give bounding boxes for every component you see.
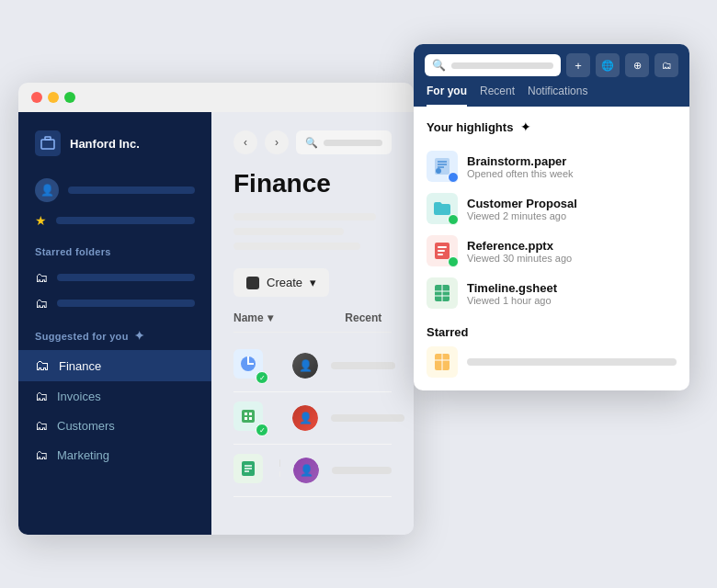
company-icon <box>35 130 61 156</box>
chevron-down-icon: ▾ <box>310 276 316 289</box>
folder-finance-icon: 🗂 <box>35 357 50 374</box>
star-row[interactable]: ★ <box>18 208 211 233</box>
search-input-container[interactable]: 🔍 <box>425 54 561 76</box>
back-button[interactable]: ‹ <box>233 130 257 154</box>
sidebar-item-marketing[interactable]: 🗂 Marketing <box>18 440 211 469</box>
content-line-1 <box>233 213 376 220</box>
highlight-item-2[interactable]: Reference.pptx Viewed 30 minutes ago <box>427 230 677 272</box>
highlight-info-1: Customer Proposal Viewed 2 minutes ago <box>467 197 677 221</box>
add-toolbar-icon[interactable]: + <box>566 53 590 77</box>
highlight-name-2: Reference.pptx <box>467 239 677 253</box>
avatar-circle-1: 👤 <box>292 353 318 379</box>
minimize-button[interactable] <box>48 92 59 103</box>
sidebar: Hanford Inc. 👤 ★ Starred folders 🗂 🗂 Sug <box>18 112 211 535</box>
panel-search-icon: 🔍 <box>432 59 446 72</box>
folder-toolbar-icon[interactable]: 🗂 <box>654 53 678 77</box>
create-icon <box>246 277 259 289</box>
highlight-icon-1 <box>427 193 458 224</box>
globe-toolbar-icon[interactable]: 🌐 <box>596 53 620 77</box>
highlight-icon-2 <box>427 235 458 266</box>
highlight-sub-3: Viewed 1 hour ago <box>467 295 677 306</box>
row-meta-3 <box>332 467 392 474</box>
sidebar-item-finance[interactable]: 🗂 Finance <box>18 350 211 381</box>
starred-item-1[interactable] <box>427 346 677 378</box>
nav-bar: ‹ › 🔍 <box>233 130 392 154</box>
sidebar-label-marketing: Marketing <box>57 448 109 462</box>
row-meta-bar-3 <box>332 467 392 474</box>
highlight-item-1[interactable]: Customer Proposal Viewed 2 minutes ago <box>427 187 677 230</box>
file-icon-3 <box>233 454 263 483</box>
search-icon-small: 🔍 <box>305 137 318 149</box>
highlight-name-3: Timeline.gsheet <box>467 281 677 295</box>
highlight-info-2: Reference.pptx Viewed 30 minutes ago <box>467 239 677 264</box>
create-button[interactable]: Create ▾ <box>233 268 329 297</box>
folder-marketing-icon: 🗂 <box>35 447 48 462</box>
sidebar-item-invoices[interactable]: 🗂 Invoices <box>18 381 211 411</box>
content-line-2 <box>233 228 344 235</box>
table-row-2[interactable]: ✓ 👤 <box>233 392 392 445</box>
col-recent-label: Recent <box>345 311 381 324</box>
folder-bar-2 <box>57 300 195 307</box>
tab-notifications[interactable]: Notifications <box>528 85 587 107</box>
star-icon: ★ <box>35 213 47 228</box>
svg-rect-5 <box>249 413 252 415</box>
col-name: Name ▾ <box>233 311 326 324</box>
starred-bar-1 <box>467 358 677 366</box>
row-name-bar-3 <box>279 459 280 467</box>
svg-point-13 <box>436 168 441 174</box>
window-chrome <box>18 83 414 112</box>
row-content-3 <box>279 459 280 481</box>
col-name-label: Name <box>233 311 264 324</box>
folder-bar-1 <box>57 274 195 281</box>
sidebar-item-customers[interactable]: 🗂 Customers <box>18 411 211 440</box>
highlight-item-0[interactable]: Brainstorm.paper Opened often this week <box>427 145 677 187</box>
hi-dot-2 <box>448 256 459 267</box>
starred-folder-1[interactable]: 🗂 <box>18 265 211 290</box>
starred-folder-2[interactable]: 🗂 <box>18 290 211 316</box>
tab-for-you[interactable]: For you <box>427 85 467 107</box>
svg-rect-4 <box>245 413 247 415</box>
highlight-info-3: Timeline.gsheet Viewed 1 hour ago <box>467 281 677 306</box>
user-bar <box>68 187 195 194</box>
svg-rect-3 <box>242 410 255 423</box>
company-row[interactable]: Hanford Inc. <box>18 130 211 173</box>
sidebar-label-finance: Finance <box>59 359 101 373</box>
highlight-name-1: Customer Proposal <box>467 197 677 210</box>
tab-recent[interactable]: Recent <box>480 85 515 107</box>
folder-icon-1: 🗂 <box>35 270 48 285</box>
svg-rect-17 <box>438 254 443 255</box>
svg-rect-15 <box>438 246 447 248</box>
highlight-sub-1: Viewed 2 minutes ago <box>467 210 677 221</box>
sidebar-label-customers: Customers <box>57 419 115 433</box>
highlight-info-0: Brainstorm.paper Opened often this week <box>467 154 677 179</box>
main-content: ‹ › 🔍 Finance Create ▾ <box>211 112 414 535</box>
highlight-item-3[interactable]: Timeline.gsheet Viewed 1 hour ago <box>427 272 677 314</box>
search-panel-body: Your highlights ✦ Brainstorm.paper Opene… <box>414 107 689 390</box>
page-title: Finance <box>233 169 392 198</box>
suggested-label: Suggested for you ✦ <box>18 316 211 350</box>
row-avatar-3: 👤 <box>293 458 319 483</box>
sidebar-label-invoices: Invoices <box>57 390 101 403</box>
table-header: Name ▾ Recent <box>233 311 392 333</box>
user-row[interactable]: 👤 <box>18 173 211 208</box>
close-button[interactable] <box>31 92 42 103</box>
table-row-3[interactable]: 👤 <box>233 445 392 497</box>
user-avatar: 👤 <box>35 178 59 202</box>
forward-button[interactable]: › <box>265 130 289 154</box>
table-row[interactable]: ✓ 👤 <box>233 340 392 392</box>
main-window-body: Hanford Inc. 👤 ★ Starred folders 🗂 🗂 Sug <box>18 112 414 535</box>
col-recent: Recent <box>345 311 392 324</box>
folder-customers-icon: 🗂 <box>35 418 48 433</box>
svg-rect-7 <box>249 417 252 420</box>
maximize-button[interactable] <box>64 92 75 103</box>
highlight-icon-0 <box>427 151 458 182</box>
grid-toolbar-icon[interactable]: ⊕ <box>625 53 649 77</box>
svg-rect-6 <box>245 417 247 420</box>
breadcrumb-search[interactable]: 🔍 <box>296 130 392 154</box>
svg-rect-0 <box>41 140 54 149</box>
check-badge-2: ✓ <box>256 424 268 436</box>
folder-invoices-icon: 🗂 <box>35 389 48 403</box>
sparkle-small-icon: ✦ <box>134 329 144 343</box>
hi-dot-0 <box>448 172 459 183</box>
tab-row: For you Recent Notifications <box>414 77 689 107</box>
